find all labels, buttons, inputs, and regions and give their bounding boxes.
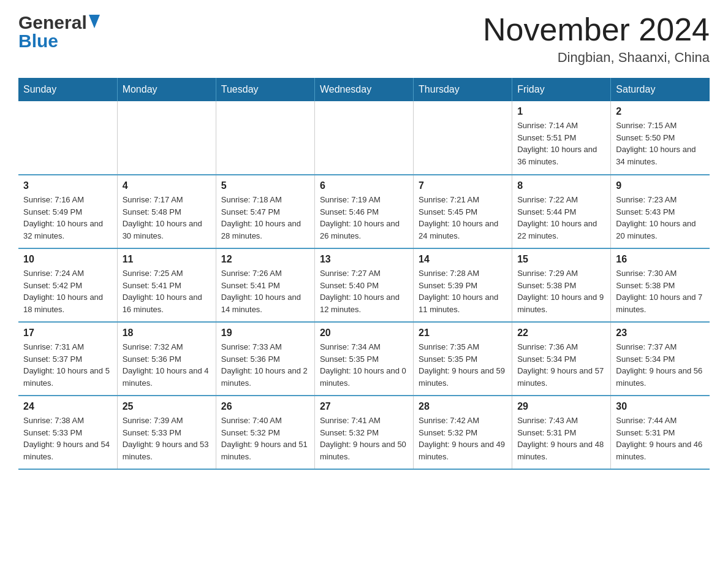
sun-info: Sunrise: 7:40 AMSunset: 5:32 PMDaylight:… [221, 415, 309, 462]
weekday-header-saturday: Saturday [611, 78, 710, 101]
sun-info: Sunrise: 7:41 AMSunset: 5:32 PMDaylight:… [320, 415, 408, 462]
day-number: 9 [616, 180, 705, 191]
calendar-cell: 30Sunrise: 7:44 AMSunset: 5:31 PMDayligh… [611, 396, 710, 469]
sun-info: Sunrise: 7:43 AMSunset: 5:31 PMDaylight:… [517, 415, 605, 462]
sun-info: Sunrise: 7:17 AMSunset: 5:48 PMDaylight:… [123, 194, 211, 242]
calendar-table: SundayMondayTuesdayWednesdayThursdayFrid… [18, 78, 710, 470]
day-number: 3 [23, 180, 112, 191]
logo-arrow-icon [89, 15, 100, 31]
day-number: 22 [517, 327, 605, 339]
weekday-header-wednesday: Wednesday [314, 78, 413, 101]
day-number: 7 [419, 180, 507, 191]
logo-general-text: General [18, 12, 87, 33]
title-area: November 2024 Dingbian, Shaanxi, China [483, 12, 710, 66]
day-number: 5 [221, 180, 309, 191]
calendar-cell: 29Sunrise: 7:43 AMSunset: 5:31 PMDayligh… [512, 396, 611, 469]
weekday-header-row: SundayMondayTuesdayWednesdayThursdayFrid… [18, 78, 710, 101]
sun-info: Sunrise: 7:44 AMSunset: 5:31 PMDaylight:… [616, 415, 705, 462]
calendar-cell: 5Sunrise: 7:18 AMSunset: 5:47 PMDaylight… [216, 175, 314, 248]
day-number: 10 [23, 254, 112, 265]
weekday-header-friday: Friday [512, 78, 611, 101]
sun-info: Sunrise: 7:23 AMSunset: 5:43 PMDaylight:… [616, 194, 705, 242]
calendar-cell: 7Sunrise: 7:21 AMSunset: 5:45 PMDaylight… [414, 175, 512, 248]
day-number: 26 [221, 401, 309, 412]
sun-info: Sunrise: 7:37 AMSunset: 5:34 PMDaylight:… [616, 341, 705, 389]
calendar-cell: 21Sunrise: 7:35 AMSunset: 5:35 PMDayligh… [414, 322, 512, 396]
calendar-cell: 24Sunrise: 7:38 AMSunset: 5:33 PMDayligh… [18, 396, 117, 469]
location-title: Dingbian, Shaanxi, China [483, 50, 710, 66]
sun-info: Sunrise: 7:21 AMSunset: 5:45 PMDaylight:… [419, 194, 507, 242]
calendar-cell [414, 101, 512, 175]
sun-info: Sunrise: 7:19 AMSunset: 5:46 PMDaylight:… [320, 194, 408, 242]
day-number: 1 [517, 106, 605, 117]
sun-info: Sunrise: 7:28 AMSunset: 5:39 PMDaylight:… [419, 267, 507, 315]
day-number: 29 [517, 401, 605, 412]
sun-info: Sunrise: 7:29 AMSunset: 5:38 PMDaylight:… [517, 267, 605, 315]
day-number: 13 [320, 254, 408, 265]
calendar-cell [117, 101, 216, 175]
calendar-cell: 8Sunrise: 7:22 AMSunset: 5:44 PMDaylight… [512, 175, 611, 248]
calendar-cell: 9Sunrise: 7:23 AMSunset: 5:43 PMDaylight… [611, 175, 710, 248]
sun-info: Sunrise: 7:26 AMSunset: 5:41 PMDaylight:… [221, 267, 309, 315]
calendar-cell: 26Sunrise: 7:40 AMSunset: 5:32 PMDayligh… [216, 396, 314, 469]
sun-info: Sunrise: 7:39 AMSunset: 5:33 PMDaylight:… [123, 415, 211, 462]
logo-area: General Blue [18, 12, 100, 52]
calendar-cell: 11Sunrise: 7:25 AMSunset: 5:41 PMDayligh… [117, 248, 216, 322]
day-number: 21 [419, 327, 507, 339]
calendar-cell: 12Sunrise: 7:26 AMSunset: 5:41 PMDayligh… [216, 248, 314, 322]
calendar-week-row: 1Sunrise: 7:14 AMSunset: 5:51 PMDaylight… [18, 101, 710, 175]
day-number: 25 [123, 401, 211, 412]
sun-info: Sunrise: 7:38 AMSunset: 5:33 PMDaylight:… [23, 415, 112, 462]
sun-info: Sunrise: 7:18 AMSunset: 5:47 PMDaylight:… [221, 194, 309, 242]
sun-info: Sunrise: 7:16 AMSunset: 5:49 PMDaylight:… [23, 194, 112, 242]
calendar-cell: 13Sunrise: 7:27 AMSunset: 5:40 PMDayligh… [314, 248, 413, 322]
day-number: 11 [123, 254, 211, 265]
calendar-cell: 17Sunrise: 7:31 AMSunset: 5:37 PMDayligh… [18, 322, 117, 396]
day-number: 20 [320, 327, 408, 339]
calendar-cell: 22Sunrise: 7:36 AMSunset: 5:34 PMDayligh… [512, 322, 611, 396]
day-number: 28 [419, 401, 507, 412]
day-number: 17 [23, 327, 112, 339]
calendar-cell: 28Sunrise: 7:42 AMSunset: 5:32 PMDayligh… [414, 396, 512, 469]
calendar-cell: 15Sunrise: 7:29 AMSunset: 5:38 PMDayligh… [512, 248, 611, 322]
calendar-cell: 6Sunrise: 7:19 AMSunset: 5:46 PMDaylight… [314, 175, 413, 248]
calendar-week-row: 10Sunrise: 7:24 AMSunset: 5:42 PMDayligh… [18, 248, 710, 322]
sun-info: Sunrise: 7:24 AMSunset: 5:42 PMDaylight:… [23, 267, 112, 315]
day-number: 19 [221, 327, 309, 339]
day-number: 23 [616, 327, 705, 339]
weekday-header-tuesday: Tuesday [216, 78, 314, 101]
sun-info: Sunrise: 7:27 AMSunset: 5:40 PMDaylight:… [320, 267, 408, 315]
calendar-cell: 27Sunrise: 7:41 AMSunset: 5:32 PMDayligh… [314, 396, 413, 469]
calendar-week-row: 3Sunrise: 7:16 AMSunset: 5:49 PMDaylight… [18, 175, 710, 248]
sun-info: Sunrise: 7:25 AMSunset: 5:41 PMDaylight:… [123, 267, 211, 315]
day-number: 27 [320, 401, 408, 412]
calendar-cell [18, 101, 117, 175]
day-number: 8 [517, 180, 605, 191]
day-number: 12 [221, 254, 309, 265]
sun-info: Sunrise: 7:36 AMSunset: 5:34 PMDaylight:… [517, 341, 605, 389]
day-number: 16 [616, 254, 705, 265]
sun-info: Sunrise: 7:15 AMSunset: 5:50 PMDaylight:… [616, 120, 705, 167]
calendar-cell: 4Sunrise: 7:17 AMSunset: 5:48 PMDaylight… [117, 175, 216, 248]
calendar-cell: 3Sunrise: 7:16 AMSunset: 5:49 PMDaylight… [18, 175, 117, 248]
calendar-cell: 18Sunrise: 7:32 AMSunset: 5:36 PMDayligh… [117, 322, 216, 396]
svg-marker-0 [89, 15, 100, 28]
sun-info: Sunrise: 7:34 AMSunset: 5:35 PMDaylight:… [320, 341, 408, 389]
day-number: 14 [419, 254, 507, 265]
calendar-cell: 23Sunrise: 7:37 AMSunset: 5:34 PMDayligh… [611, 322, 710, 396]
logo-blue-text: Blue [18, 31, 58, 52]
day-number: 4 [123, 180, 211, 191]
sun-info: Sunrise: 7:14 AMSunset: 5:51 PMDaylight:… [517, 120, 605, 167]
sun-info: Sunrise: 7:30 AMSunset: 5:38 PMDaylight:… [616, 267, 705, 315]
day-number: 2 [616, 106, 705, 117]
weekday-header-sunday: Sunday [18, 78, 117, 101]
calendar-cell: 2Sunrise: 7:15 AMSunset: 5:50 PMDaylight… [611, 101, 710, 175]
page-header: General Blue November 2024 Dingbian, Sha… [18, 12, 710, 66]
calendar-week-row: 24Sunrise: 7:38 AMSunset: 5:33 PMDayligh… [18, 396, 710, 469]
sun-info: Sunrise: 7:22 AMSunset: 5:44 PMDaylight:… [517, 194, 605, 242]
sun-info: Sunrise: 7:35 AMSunset: 5:35 PMDaylight:… [419, 341, 507, 389]
weekday-header-thursday: Thursday [414, 78, 512, 101]
calendar-cell: 25Sunrise: 7:39 AMSunset: 5:33 PMDayligh… [117, 396, 216, 469]
day-number: 24 [23, 401, 112, 412]
calendar-cell: 10Sunrise: 7:24 AMSunset: 5:42 PMDayligh… [18, 248, 117, 322]
